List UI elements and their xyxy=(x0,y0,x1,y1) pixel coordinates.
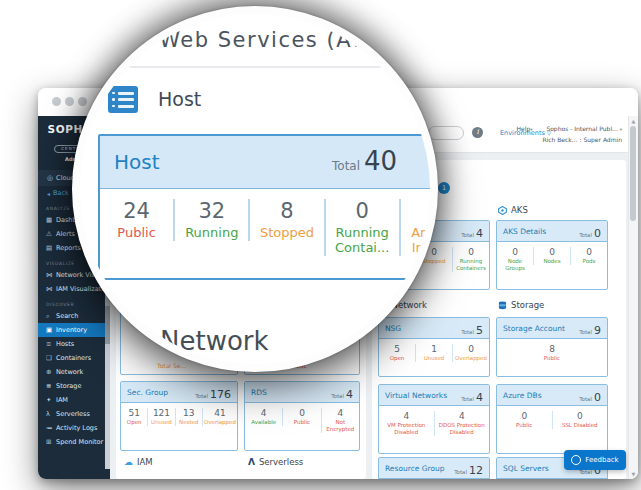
page: SOPHOS CENTRAL Admin ◎ Cloud Optix ◂ Bac… xyxy=(0,0,641,490)
sidebar-item-search[interactable]: ⌕Search xyxy=(38,309,110,323)
stat-value: 0 xyxy=(284,408,319,418)
card-stats: 4Available0Public4Not Encrypted xyxy=(245,403,359,450)
stat-value: 0 xyxy=(554,411,607,421)
card-stats: 0Node Groups0Nodes0Pods xyxy=(497,242,607,289)
stat-value: 8 xyxy=(251,199,322,223)
sidebar-item-label: Search xyxy=(56,312,78,320)
stat-label: Open xyxy=(380,355,414,362)
rds-card: RDSTotal44Available0Public4Not Encrypted xyxy=(244,381,360,451)
card-title-link[interactable]: Resource Group xyxy=(385,464,445,473)
stat: 4Available xyxy=(245,408,282,426)
info-icon[interactable]: i xyxy=(472,127,483,138)
stat-label: DDOS Protection Disabled xyxy=(436,422,489,436)
sidebar-item-label: Activity Logs xyxy=(56,424,97,432)
card-title-link[interactable]: Azure DBs xyxy=(503,391,542,400)
cloud-optix-icon: ◎ xyxy=(47,174,53,182)
content-scrollbar-thumb[interactable] xyxy=(630,126,636,221)
stat-label: Public xyxy=(101,226,172,241)
environment-count-badge: 1 xyxy=(438,182,450,194)
stat-value: 13 xyxy=(177,408,201,418)
sidebar-item-inventory[interactable]: ▣Inventory xyxy=(38,323,110,337)
iam-section-header[interactable]: ☁ IAM xyxy=(124,457,153,467)
help-menu[interactable]: Help xyxy=(517,125,531,132)
window-control-icon[interactable] xyxy=(65,97,74,106)
sidebar-item-iam[interactable]: ✦IAM xyxy=(38,393,110,407)
sidebar-item-label: Storage xyxy=(56,382,81,390)
host-server-icon xyxy=(108,86,138,113)
window-control-icon[interactable] xyxy=(78,97,87,106)
scroll-down-icon[interactable]: ▼ xyxy=(629,471,638,477)
serverless-section-header[interactable]: Λ Serverless xyxy=(248,457,303,467)
sidebar-item-serverless[interactable]: λServerless xyxy=(38,407,110,421)
sidebar-item-activity-logs[interactable]: ≔Activity Logs xyxy=(38,421,110,435)
search-input[interactable] xyxy=(428,126,464,140)
stat-value: 0 xyxy=(402,199,430,223)
sidebar-item-label: Spend Monitor xyxy=(56,438,103,446)
tenant-menu[interactable]: Sophos - Internal Publ... xyxy=(546,125,617,132)
stat: 0Overlapped xyxy=(452,344,489,362)
alerts-icon: ⚠ xyxy=(46,230,56,238)
spend-monitor-icon: ⊞ xyxy=(46,438,56,446)
card-title-link[interactable]: Host xyxy=(114,150,160,174)
card-total: Total40 xyxy=(332,146,397,176)
window-control-icon[interactable] xyxy=(52,97,61,106)
stat-label: Public xyxy=(498,355,606,362)
sidebar-item-containers[interactable]: ❏Containers xyxy=(38,351,110,365)
stat: 1Unused xyxy=(415,344,452,362)
stat-value: 0 xyxy=(454,344,488,354)
stat-label: Available xyxy=(246,419,281,426)
section-label: Serverless xyxy=(259,457,303,467)
iam-cloud-icon: ☁ xyxy=(124,457,133,467)
back-arrow-icon: ◂ xyxy=(47,190,50,197)
sidebar-item-hosts[interactable]: ≡Hosts xyxy=(38,337,110,351)
stat-value: 32 xyxy=(176,199,247,223)
card-header: Resource GroupTotal12 xyxy=(379,458,489,479)
section-label: AKS xyxy=(511,205,528,215)
stat-label: Pods xyxy=(572,258,606,265)
stat-value: 4 xyxy=(246,408,281,418)
inventory-icon: ▣ xyxy=(46,326,56,334)
card-total: Total12 xyxy=(454,459,483,478)
stat: 24Public xyxy=(100,199,173,241)
magnified-host-card: HostTotal4024Public32Running8Stopped0Run… xyxy=(98,134,430,280)
card-title-link[interactable]: Sec. Group xyxy=(127,388,168,397)
section-label: IAM xyxy=(137,457,153,467)
sidebar-item-label: Containers xyxy=(56,354,91,362)
stat-label: Public xyxy=(498,422,551,429)
sidebar-item-spend-monitor[interactable]: ⊞Spend Monitor xyxy=(38,435,110,449)
stat-label: Open xyxy=(122,419,146,426)
stat-label: Running Contai... xyxy=(327,226,398,256)
stat: 4DDOS Protection Disabled xyxy=(434,411,490,436)
card-header: Azure DBsTotal0 xyxy=(497,385,607,406)
card-title-link[interactable]: SQL Servers xyxy=(503,464,549,473)
stat-value: 4 xyxy=(323,408,358,418)
card-title-link[interactable]: Storage Account xyxy=(503,324,565,333)
sidebar-item-storage[interactable]: ≣Storage xyxy=(38,379,110,393)
content-scrollbar[interactable]: ▲ ▼ xyxy=(628,116,638,479)
stat: 0Public xyxy=(497,411,552,429)
dashboard-icon: ▦ xyxy=(46,216,56,224)
card-title-link[interactable]: Virtual Networks xyxy=(385,391,447,400)
storage-section-header[interactable]: Storage xyxy=(498,300,544,310)
card-title-link[interactable]: NSG xyxy=(385,324,401,333)
scroll-up-icon[interactable]: ▲ xyxy=(629,118,638,124)
sidebar-item-label: Network xyxy=(56,368,83,376)
card-title-link[interactable]: RDS xyxy=(251,388,267,397)
hosts-icon: ≡ xyxy=(46,340,56,348)
aks-section-header[interactable]: AKS xyxy=(498,205,528,215)
stat: 32Running xyxy=(173,199,248,241)
back-label: Back xyxy=(53,189,69,197)
azure-dbs-card: Azure DBsTotal00Public0SSL Disabled xyxy=(496,384,608,454)
stat: 5Open xyxy=(379,344,415,362)
activity-logs-icon: ≔ xyxy=(46,424,56,432)
sidebar-item-network[interactable]: ⊕Network xyxy=(38,365,110,379)
stat-label: Running Containers xyxy=(454,258,488,272)
feedback-button[interactable]: Feedback xyxy=(564,450,626,470)
sidebar-item-label: Inventory xyxy=(56,326,87,334)
card-header: Virtual NetworksTotal4 xyxy=(379,385,489,406)
card-title-link[interactable]: AKS Details xyxy=(503,227,546,236)
aks-hexagon-icon xyxy=(498,206,507,215)
card-header: Sec. GroupTotal176 xyxy=(121,382,237,403)
stat-label: Stopped xyxy=(251,226,322,241)
stat-label: Unused xyxy=(149,419,173,426)
